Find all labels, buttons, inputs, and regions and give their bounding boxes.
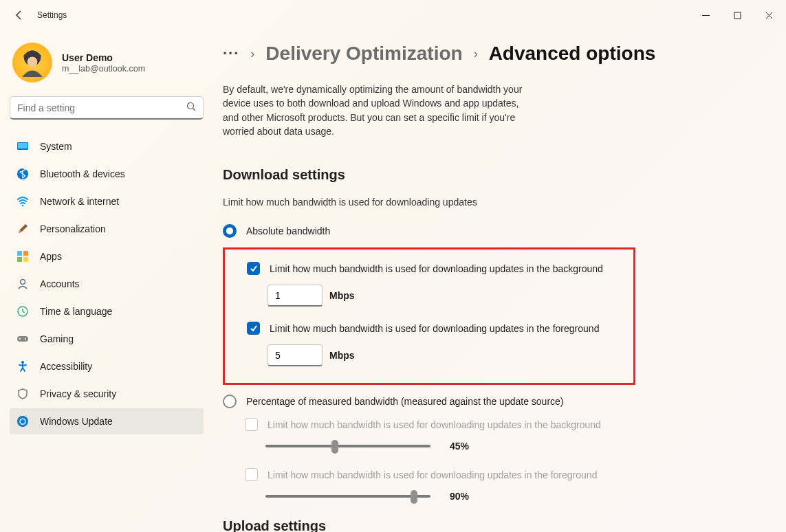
checkbox-label: Limit how much bandwidth is used for dow…	[268, 469, 597, 480]
wifi-icon	[17, 195, 29, 208]
intro-text: By default, we're dynamically optimizing…	[223, 82, 525, 138]
slider-value: 45%	[450, 441, 469, 452]
gamepad-icon	[17, 333, 29, 345]
radio-absolute-bandwidth[interactable]: Absolute bandwidth	[223, 224, 767, 238]
svg-point-15	[25, 338, 26, 340]
nav-label: Network & internet	[40, 196, 119, 207]
checkbox-icon	[247, 262, 260, 275]
checkbox-foreground-limit[interactable]: Limit how much bandwidth is used for dow…	[247, 322, 620, 335]
checkbox-icon	[245, 418, 258, 431]
update-icon	[17, 415, 29, 428]
search-box[interactable]	[10, 96, 204, 120]
profile-email: m__lab@outlook.com	[62, 64, 145, 74]
background-mbps-input[interactable]	[268, 285, 323, 307]
svg-rect-0	[734, 12, 741, 19]
nav-item-apps[interactable]: Apps	[10, 243, 204, 269]
svg-point-6	[22, 205, 23, 206]
shield-icon	[17, 388, 29, 400]
slider-value: 90%	[450, 491, 469, 502]
nav-item-bluetooth[interactable]: Bluetooth & devices	[10, 161, 204, 187]
chevron-right-icon: ›	[250, 47, 254, 61]
breadcrumb: ··· › Delivery Optimization › Advanced o…	[223, 43, 767, 65]
profile-block[interactable]: User Demo m__lab@outlook.com	[12, 43, 204, 82]
slider-thumb	[411, 490, 417, 504]
unit-label: Mbps	[329, 290, 355, 301]
chevron-right-icon: ›	[474, 47, 478, 61]
checkbox-label: Limit how much bandwidth is used for dow…	[268, 419, 601, 430]
nav-item-network[interactable]: Network & internet	[10, 188, 204, 214]
close-button[interactable]	[753, 4, 785, 26]
nav-item-privacy[interactable]: Privacy & security	[10, 381, 204, 407]
checkbox-icon	[245, 468, 258, 481]
search-icon	[186, 102, 196, 114]
nav-item-time[interactable]: Time & language	[10, 298, 204, 324]
svg-rect-13	[17, 336, 28, 342]
svg-rect-8	[23, 251, 28, 256]
search-input[interactable]	[17, 102, 186, 113]
nav-item-accessibility[interactable]: Accessibility	[10, 353, 204, 379]
radio-label: Absolute bandwidth	[246, 225, 330, 236]
slider-pct-background	[265, 445, 430, 447]
svg-rect-9	[17, 257, 22, 262]
apps-icon	[17, 250, 29, 263]
nav-item-system[interactable]: System	[10, 133, 204, 159]
titlebar: Settings	[0, 0, 786, 30]
minimize-button[interactable]	[690, 4, 721, 26]
nav-label: Accounts	[40, 278, 80, 289]
breadcrumb-parent[interactable]: Delivery Optimization	[265, 43, 462, 65]
download-subheading: Limit how much bandwidth is used for dow…	[223, 197, 767, 208]
content-area: ··· › Delivery Optimization › Advanced o…	[213, 30, 786, 532]
checkbox-pct-background: Limit how much bandwidth is used for dow…	[245, 418, 767, 431]
svg-point-17	[17, 416, 28, 427]
slider-thumb	[331, 440, 338, 454]
bluetooth-icon	[17, 168, 29, 180]
radio-percentage-bandwidth[interactable]: Percentage of measured bandwidth (measur…	[223, 395, 767, 408]
nav-item-windows-update[interactable]: Windows Update	[10, 408, 204, 434]
upload-heading: Upload settings	[223, 518, 767, 532]
radio-icon	[223, 224, 237, 238]
maximize-button[interactable]	[721, 4, 753, 26]
svg-rect-10	[23, 257, 28, 262]
unit-label: Mbps	[329, 350, 355, 361]
nav-label: Gaming	[40, 333, 74, 344]
svg-rect-4	[18, 143, 28, 148]
profile-name: User Demo	[62, 52, 145, 63]
avatar	[12, 43, 52, 82]
breadcrumb-current: Advanced options	[489, 43, 656, 65]
download-heading: Download settings	[223, 167, 767, 183]
radio-label: Percentage of measured bandwidth (measur…	[246, 396, 564, 407]
sidebar: User Demo m__lab@outlook.com System Blue…	[0, 30, 213, 532]
nav-label: Apps	[40, 251, 62, 262]
breadcrumb-more[interactable]: ···	[223, 45, 239, 63]
person-icon	[17, 278, 29, 290]
svg-point-2	[188, 102, 194, 109]
window-controls	[690, 4, 785, 26]
nav-label: Personalization	[40, 223, 106, 234]
checkbox-label: Limit how much bandwidth is used for dow…	[270, 323, 599, 334]
svg-point-11	[21, 280, 25, 285]
radio-icon	[223, 395, 237, 408]
checkbox-icon	[247, 322, 260, 335]
nav-label: Privacy & security	[40, 388, 116, 399]
slider-pct-foreground	[265, 495, 430, 498]
checkbox-pct-foreground: Limit how much bandwidth is used for dow…	[245, 468, 767, 481]
nav-list: System Bluetooth & devices Network & int…	[10, 133, 204, 434]
checkbox-background-limit[interactable]: Limit how much bandwidth is used for dow…	[247, 262, 620, 275]
svg-point-1	[28, 57, 38, 67]
nav-label: Bluetooth & devices	[40, 168, 125, 179]
foreground-mbps-input[interactable]	[268, 344, 323, 366]
highlight-box: Limit how much bandwidth is used for dow…	[223, 247, 635, 385]
nav-item-accounts[interactable]: Accounts	[10, 271, 204, 297]
nav-label: Accessibility	[40, 361, 92, 372]
clock-icon	[17, 305, 29, 318]
nav-label: Time & language	[40, 306, 112, 317]
brush-icon	[17, 223, 29, 235]
window-title: Settings	[37, 10, 67, 20]
nav-item-personalization[interactable]: Personalization	[10, 216, 204, 242]
back-button[interactable]	[14, 10, 25, 21]
accessibility-icon	[17, 360, 29, 373]
nav-label: System	[40, 141, 72, 152]
checkbox-label: Limit how much bandwidth is used for dow…	[270, 263, 603, 274]
nav-item-gaming[interactable]: Gaming	[10, 326, 204, 352]
svg-point-14	[19, 338, 21, 340]
